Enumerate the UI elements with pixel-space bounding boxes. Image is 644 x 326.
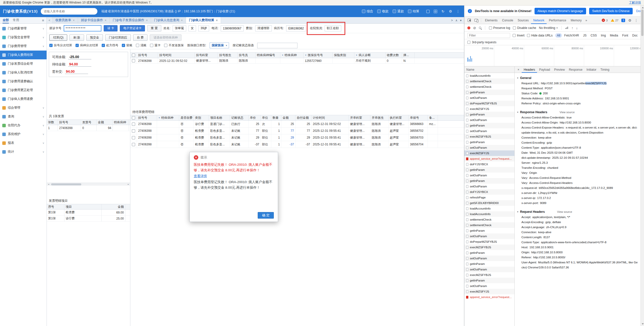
network-request-row[interactable]: loadAccountInfo [464,73,514,78]
network-request-row[interactable]: refreshPage [464,195,514,200]
devtools-tab[interactable]: Sources [515,17,531,24]
inspect-element-icon[interactable] [466,17,472,24]
devtools-tab[interactable]: Elements [483,17,500,24]
network-request-row[interactable]: loadAccountInfo [464,211,514,217]
sidebar-item[interactable]: 统计 [0,147,47,156]
issues-badge[interactable]: 1 [621,19,625,22]
sidebar-item[interactable]: 门诊费用退费确认 [0,77,47,86]
network-conditions-icon[interactable] [565,27,569,29]
network-request-row[interactable]: setOutParam [464,95,514,101]
sidebar-item[interactable]: 报表 [0,139,47,147]
detail-tab[interactable]: Preview [552,66,567,73]
checkbox-icon[interactable] [49,44,53,47]
filter-chip[interactable]: All [555,33,562,38]
option-checkbox[interactable]: 病种分次结算 [75,43,98,48]
detail-tab[interactable]: Initiator [584,66,598,73]
document-tab[interactable]: 门诊电子发票综合操作 [110,17,151,23]
checkbox-icon[interactable] [164,44,167,47]
network-request-row[interactable]: setOutParam [464,184,514,189]
network-request-row[interactable]: append_service_error?request... [464,156,514,161]
network-request-row[interactable]: execMZSFYBJS [464,134,514,139]
checkbox-icon[interactable] [513,26,516,29]
error-badge[interactable]: 3 [602,19,608,22]
network-request-row[interactable]: getInParam [464,90,514,95]
checkbox-icon[interactable] [489,26,492,29]
filter-icon[interactable] [356,54,358,56]
sidebar-item[interactable]: 住院代办 [0,121,47,130]
menu-icon[interactable]: ≡ [42,18,44,22]
collapse-icon[interactable]: ∧ [455,19,458,22]
network-request-row[interactable]: settlementCheck [464,222,514,228]
network-request-row[interactable]: setOutParam [464,128,514,134]
detail-tab[interactable]: Payload [537,66,552,73]
gear-icon[interactable]: ⚙ [447,8,453,14]
registration-row[interactable]: 27406398 2025-12-31 09:52:02 健康管理... 陈旭强… [130,58,464,64]
filter-chip[interactable]: Img [599,33,608,38]
fee-table-row[interactable]: 27406398 否 检查费 彩色多普... 未记账 29 部位 1 [130,134,464,141]
sidebar-item[interactable]: 门诊发票综合处理 [0,59,47,68]
sidebar-item[interactable]: 系统维护 [0,130,47,139]
network-request-row[interactable]: getInParam [464,250,514,256]
network-request-row[interactable]: setOutParam [464,173,514,178]
page-scrollbar[interactable] [640,6,644,326]
refresh-icon[interactable]: ↻ [440,8,446,14]
close-icon[interactable] [181,19,183,22]
network-request-row[interactable]: getSFJDLKBYBRID00 [464,200,514,206]
clear-icon[interactable]: ⊘ [473,26,476,30]
close-icon[interactable] [105,19,106,22]
devtools-tab[interactable]: Console [500,17,515,24]
close-icon[interactable] [73,19,75,22]
network-request-row[interactable]: settlementCheck [464,78,514,84]
request-list-header[interactable]: Name [464,66,514,73]
close-icon[interactable]: × [516,66,521,73]
network-request-row[interactable]: append_service_error?request... [464,294,514,300]
network-request-row[interactable]: execMZSFYJS [464,106,514,112]
filter-chip[interactable]: Doc [630,33,639,38]
network-request-row[interactable]: execMZSFYBJS [464,272,514,278]
billing-status-filter-input[interactable] [257,43,297,48]
devtools-tab[interactable]: Performance [547,17,569,24]
view-source-link[interactable]: View source [557,210,572,213]
network-request-row[interactable]: setOutParam [464,145,514,150]
read-card-button[interactable]: 读 卡 [104,25,118,31]
filter-icon[interactable] [158,117,160,119]
filter-chip[interactable]: Font [620,33,630,38]
network-request-row[interactable]: setOutParam [464,233,514,239]
sidebar-item[interactable]: 综合管理 [0,103,47,112]
request-headers-title[interactable]: Request Headers View source [517,209,638,215]
tab-scroll-right[interactable]: > [451,19,453,22]
invoice-table-row[interactable]: 1 27406398 0 94 [47,125,130,131]
filter-icon[interactable] [305,54,307,56]
network-request-row[interactable]: doPreparMZSFYBJS [464,239,514,244]
filter-chip[interactable]: Media [608,33,620,38]
filter-chip[interactable]: JS [581,33,588,38]
network-overview-timeline[interactable]: 20000 ms40000 ms60000 ms80000 ms100000 m… [464,45,640,66]
command-button[interactable]: 门诊结算跟踪 [105,34,131,41]
document-tab[interactable]: 收费员效率 [52,17,78,23]
filter-chip[interactable]: Fetch/XHR [562,33,581,38]
option-checkbox[interactable]: 留账 [122,43,132,48]
quick-action-button[interactable]: 综合 [362,9,373,14]
network-request-row[interactable]: getInParam [464,112,514,117]
detail-tab[interactable]: Timing [598,66,612,73]
network-request-row[interactable]: doFYJSYBCX [464,189,514,195]
network-request-row[interactable]: execMZSFYJS [464,150,514,156]
kebab-menu-icon[interactable]: ⋮ [634,18,638,22]
sidebar-item[interactable]: 门诊费用更正处理 [0,86,47,95]
checkbox-icon[interactable] [527,34,530,37]
network-request-row[interactable]: settlementCheck [464,217,514,222]
network-request-row[interactable]: setOutParam [464,283,514,289]
close-icon[interactable] [146,19,148,22]
invert-checkbox[interactable]: Invert [513,34,524,37]
disable-cache-checkbox[interactable]: Disable cache [513,26,536,30]
checkbox-icon[interactable] [75,44,79,47]
throttling-select[interactable]: No throttling ▾ [539,26,557,30]
reset-button[interactable]: 重 置 [147,25,161,31]
devtools-tab[interactable]: Network [531,17,547,24]
quick-action-button[interactable]: 收款 [377,9,389,14]
document-tab[interactable]: 门诊病人信息查询 [151,17,186,23]
option-checkbox[interactable]: 退卡 [150,43,161,48]
sidebar-item[interactable]: 门诊档案管理 [0,24,47,33]
scrollbar-thumb[interactable] [51,183,81,185]
network-request-row[interactable]: setOutParam [464,117,514,123]
